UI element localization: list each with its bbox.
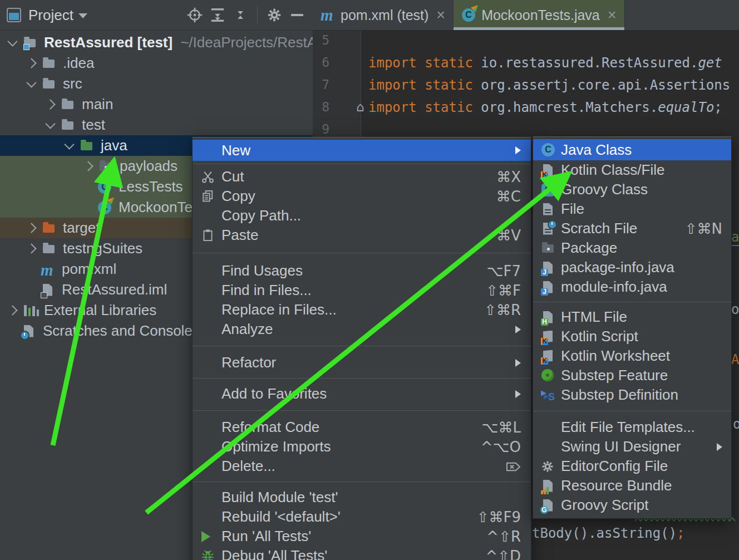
- menu-item-delete[interactable]: Delete...: [193, 456, 531, 476]
- chevron-collapsed-icon[interactable]: [83, 161, 93, 171]
- menu-item-reformat-code[interactable]: Reformat Code ⌥⌘L: [193, 417, 531, 437]
- html-file-icon: H: [541, 310, 561, 325]
- menu-item-label: EditorConfig File: [561, 458, 722, 475]
- project-view-title[interactable]: Project: [28, 7, 73, 24]
- menu-item-cut[interactable]: Cut ⌘X: [193, 167, 531, 186]
- hide-panel-icon[interactable]: [288, 6, 306, 24]
- tree-item-idea[interactable]: .idea: [0, 53, 313, 73]
- class-circle-glyph: C: [462, 8, 475, 22]
- chevron-collapsed-icon[interactable]: [45, 99, 55, 109]
- chevron-expanded-icon[interactable]: [64, 139, 74, 149]
- menu-icon-slot: [201, 356, 221, 370]
- chevron-expanded-icon[interactable]: [26, 77, 36, 87]
- tab-label: MockoonTests.java: [481, 7, 600, 23]
- menu-item-replace-in-files[interactable]: Replace in Files... ⇧⌘R: [193, 300, 531, 320]
- menu-item-build-module[interactable]: Build Module 'test': [193, 488, 531, 507]
- tab-mockoontests-java[interactable]: C MockoonTests.java ×: [454, 0, 624, 30]
- collapse-all-icon[interactable]: [231, 6, 249, 24]
- tree-item-label: LessTests: [119, 178, 183, 195]
- expand-all-icon[interactable]: [209, 6, 226, 24]
- submenu-item-groovy-script[interactable]: G Groovy Script: [533, 495, 731, 515]
- code-line-7[interactable]: import static org.assertj.core.api.Asser…: [368, 77, 730, 93]
- tree-item-project-root[interactable]: RestAssured [test] ~/IdeaProjects/RestAs: [0, 32, 313, 53]
- menu-separator: [193, 482, 531, 482]
- menu-shortcut: ⇧⌘F9: [477, 509, 521, 525]
- submenu-item-editorconfig-file[interactable]: EditorConfig File: [533, 456, 731, 476]
- ide-window: Project RestAssured [test] ~: [0, 0, 739, 560]
- groovy-class-icon: C: [541, 183, 561, 197]
- menu-item-add-to-favorites[interactable]: Add to Favorites: [193, 384, 531, 404]
- html-badge: H: [541, 318, 548, 326]
- submenu-item-package[interactable]: Package: [533, 238, 731, 258]
- new-submenu: C Java Class K Kotlin Class/File C Groov…: [533, 136, 732, 519]
- tree-item-test[interactable]: test: [0, 115, 313, 135]
- submenu-item-module-info[interactable]: J module-info.java: [533, 277, 731, 297]
- menu-shortcut: ⇧⌘N: [685, 220, 722, 237]
- menu-item-label: Kotlin Script: [561, 328, 722, 345]
- submenu-arrow-icon: [515, 146, 521, 154]
- tree-item-main[interactable]: main: [0, 94, 313, 115]
- chevron-collapsed-icon[interactable]: [26, 223, 36, 233]
- menu-item-paste[interactable]: Paste ⌘V: [193, 225, 531, 245]
- menu-item-label: package-info.java: [561, 259, 722, 276]
- menu-item-label: Analyze: [221, 321, 505, 338]
- menu-item-refactor[interactable]: Refactor: [193, 353, 531, 372]
- tree-item-label: main: [82, 96, 113, 113]
- menu-item-label: Scratch File: [561, 220, 675, 237]
- menu-item-label: Copy Path...: [221, 207, 521, 224]
- tab-pom-xml[interactable]: m pom.xml (test) ×: [313, 0, 454, 30]
- code-line-8[interactable]: import static org.hamcrest.Matchers.equa…: [368, 100, 722, 115]
- code-line-6[interactable]: import static io.restassured.RestAssured…: [368, 55, 722, 71]
- menu-icon-slot: [201, 510, 221, 524]
- submenu-item-kotlin-script[interactable]: K Kotlin Script: [533, 327, 731, 346]
- package-folder-icon: [541, 241, 561, 256]
- submenu-item-kotlin-worksheet[interactable]: K Kotlin Worksheet: [533, 346, 731, 366]
- keyword-token: import static: [368, 100, 473, 115]
- submenu-item-substep-definition[interactable]: S Substep Definition: [533, 385, 731, 405]
- chevron-collapsed-icon[interactable]: [7, 305, 17, 315]
- submenu-item-scratch-file[interactable]: Scratch File ⇧⌘N: [533, 219, 731, 238]
- menu-item-label: Replace in Files...: [221, 301, 474, 318]
- menu-item-find-in-files[interactable]: Find in Files... ⇧⌘F: [193, 281, 531, 300]
- menu-icon-slot: [201, 440, 221, 454]
- submenu-item-package-info[interactable]: J package-info.java: [533, 258, 731, 277]
- menu-item-new[interactable]: New: [193, 140, 531, 161]
- menu-shortcut: ^⇧R: [486, 528, 521, 545]
- submenu-item-swing-ui-designer[interactable]: Swing UI Designer: [533, 437, 731, 456]
- menu-item-find-usages[interactable]: Find Usages ⌥F7: [193, 261, 531, 281]
- tree-item-label: pom.xml: [62, 261, 116, 278]
- chevron-expanded-icon[interactable]: [45, 119, 55, 129]
- menu-item-optimize-imports[interactable]: Optimize Imports ^⌥O: [193, 437, 531, 456]
- submenu-item-edit-file-templates[interactable]: Edit File Templates...: [533, 417, 731, 437]
- close-tab-icon[interactable]: ×: [436, 8, 445, 23]
- submenu-item-resource-bundle[interactable]: Resource Bundle: [533, 476, 731, 495]
- submenu-item-groovy-class[interactable]: C Groovy Class: [533, 180, 731, 199]
- menu-item-run-all-tests[interactable]: Run 'All Tests' ^⇧R: [193, 527, 531, 546]
- chevron-expanded-icon[interactable]: [7, 36, 17, 46]
- menu-item-debug-all-tests[interactable]: Debug 'All Tests' ^⇧D: [193, 546, 531, 560]
- menu-item-analyze[interactable]: Analyze: [193, 320, 531, 339]
- chevron-down-icon[interactable]: [78, 13, 87, 18]
- java-file-icon: J: [541, 280, 561, 294]
- submenu-item-substep-feature[interactable]: Substep Feature: [533, 366, 731, 385]
- menu-item-label: Edit File Templates...: [561, 419, 722, 436]
- chevron-collapsed-icon[interactable]: [26, 58, 36, 68]
- chevron-collapsed-icon[interactable]: [26, 243, 36, 253]
- project-tool-window-icon[interactable]: [7, 8, 21, 22]
- menu-item-copy[interactable]: Copy ⌘C: [193, 186, 531, 206]
- locate-file-icon[interactable]: [186, 6, 204, 24]
- menu-item-label: Optimize Imports: [221, 438, 471, 455]
- code-line-bottom[interactable]: tBody().asString();: [532, 525, 685, 541]
- menu-item-copy-path[interactable]: Copy Path...: [193, 206, 531, 225]
- submenu-item-file[interactable]: File: [533, 199, 731, 219]
- menu-item-rebuild[interactable]: Rebuild '<default>' ⇧⌘F9: [193, 507, 531, 527]
- close-tab-icon[interactable]: ×: [608, 8, 617, 23]
- run-icon: [201, 529, 221, 544]
- submenu-item-kotlin-class-file[interactable]: K Kotlin Class/File: [533, 160, 731, 180]
- submenu-item-html-file[interactable]: H HTML File: [533, 307, 731, 327]
- submenu-item-java-class[interactable]: C Java Class: [533, 139, 731, 160]
- fold-marker-icon[interactable]: ⌂: [356, 100, 364, 114]
- settings-gear-icon[interactable]: [265, 6, 283, 24]
- tree-item-src[interactable]: src: [0, 73, 313, 94]
- paste-icon: [201, 228, 221, 243]
